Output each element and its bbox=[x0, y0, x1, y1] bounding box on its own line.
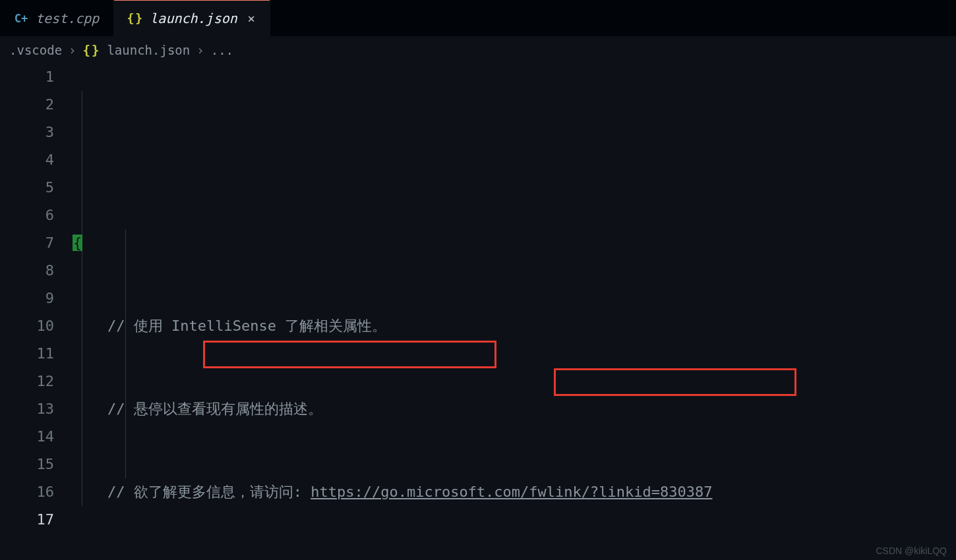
code-line: // 使用 IntelliSense 了解相关属性。 bbox=[73, 312, 956, 340]
line-number: 13 bbox=[0, 395, 54, 423]
close-icon[interactable]: ✕ bbox=[248, 11, 255, 25]
indent-guide bbox=[82, 91, 82, 506]
line-number: 4 bbox=[0, 146, 54, 174]
line-number: 3 bbox=[0, 119, 54, 146]
breadcrumb-folder[interactable]: .vscode bbox=[9, 43, 62, 57]
tab-label: launch.json bbox=[150, 11, 237, 26]
line-number: 11 bbox=[0, 340, 54, 368]
tab-bar: C+ test.cpp {} launch.json ✕ bbox=[0, 0, 956, 37]
line-number: 9 bbox=[0, 285, 54, 312]
line-number-gutter: 1 2 3 4 5 6 7 8 9 10 11 12 13 14 15 16 1… bbox=[0, 63, 73, 560]
highlight-box-filebasename bbox=[554, 368, 796, 396]
indent-guide bbox=[125, 229, 126, 478]
line-number: 12 bbox=[0, 368, 54, 395]
json-icon: {} bbox=[129, 12, 142, 25]
line-number: 1 bbox=[0, 63, 54, 91]
highlight-box-terminal bbox=[203, 341, 496, 368]
chevron-right-icon: › bbox=[69, 43, 76, 57]
line-number: 6 bbox=[0, 202, 54, 229]
watermark: CSDN @kikiLQQ bbox=[876, 546, 947, 556]
code-editor[interactable]: 1 2 3 4 5 6 7 8 9 10 11 12 13 14 15 16 1… bbox=[0, 63, 956, 560]
breadcrumb-file[interactable]: launch.json bbox=[107, 43, 190, 57]
line-number: 15 bbox=[0, 451, 54, 478]
breadcrumb: .vscode › {} launch.json › ... bbox=[0, 37, 956, 63]
line-number: 8 bbox=[0, 257, 54, 285]
code-line: // 欲了解更多信息，请访问: https://go.microsoft.com… bbox=[73, 478, 956, 506]
line-number: 10 bbox=[0, 312, 54, 340]
line-number: 16 bbox=[0, 478, 54, 506]
code-line: // 悬停以查看现有属性的描述。 bbox=[73, 395, 956, 423]
breadcrumb-more[interactable]: ... bbox=[211, 43, 233, 57]
code-content[interactable]: { // 使用 IntelliSense 了解相关属性。 // 悬停以查看现有属… bbox=[73, 63, 956, 560]
cpp-icon: C+ bbox=[15, 12, 28, 25]
line-number: 7 bbox=[0, 229, 54, 257]
tab-test-cpp[interactable]: C+ test.cpp bbox=[0, 0, 114, 36]
line-number: 2 bbox=[0, 91, 54, 119]
line-number: 5 bbox=[0, 174, 54, 202]
code-line: { bbox=[73, 229, 956, 257]
tab-label: test.cpp bbox=[36, 11, 99, 26]
json-icon: {} bbox=[83, 43, 101, 57]
line-number: 17 bbox=[0, 506, 54, 534]
tab-launch-json[interactable]: {} launch.json ✕ bbox=[114, 0, 270, 36]
line-number: 14 bbox=[0, 423, 54, 451]
chevron-right-icon: › bbox=[196, 43, 204, 57]
